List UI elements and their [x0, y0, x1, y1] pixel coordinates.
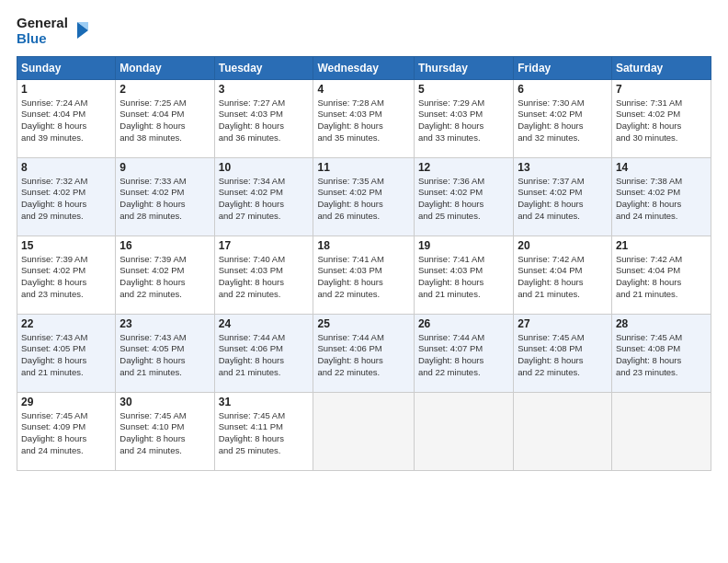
cell-info: Sunrise: 7:45 AM Sunset: 4:11 PM Dayligh… [219, 410, 310, 457]
calendar-cell: 28Sunrise: 7:45 AM Sunset: 4:08 PM Dayli… [611, 314, 711, 392]
calendar-cell: 18Sunrise: 7:41 AM Sunset: 4:03 PM Dayli… [313, 236, 414, 314]
calendar-cell: 1Sunrise: 7:24 AM Sunset: 4:04 PM Daylig… [17, 79, 116, 157]
day-number: 4 [317, 83, 409, 96]
cell-info: Sunrise: 7:36 AM Sunset: 4:02 PM Dayligh… [418, 176, 509, 223]
column-header-saturday: Saturday [611, 56, 711, 79]
calendar-cell: 21Sunrise: 7:42 AM Sunset: 4:04 PM Dayli… [611, 236, 711, 314]
day-number: 10 [219, 161, 310, 174]
day-number: 22 [21, 317, 111, 330]
calendar-cell [611, 392, 711, 470]
cell-info: Sunrise: 7:34 AM Sunset: 4:02 PM Dayligh… [219, 176, 310, 223]
day-number: 28 [616, 317, 707, 330]
calendar-cell [313, 392, 414, 470]
calendar-cell: 13Sunrise: 7:37 AM Sunset: 4:02 PM Dayli… [514, 157, 612, 236]
calendar-cell: 19Sunrise: 7:41 AM Sunset: 4:03 PM Dayli… [414, 236, 513, 314]
cell-info: Sunrise: 7:40 AM Sunset: 4:03 PM Dayligh… [219, 254, 310, 301]
column-header-friday: Friday [514, 56, 612, 79]
calendar-cell: 26Sunrise: 7:44 AM Sunset: 4:07 PM Dayli… [414, 314, 513, 392]
calendar-cell: 17Sunrise: 7:40 AM Sunset: 4:03 PM Dayli… [214, 236, 313, 314]
cell-info: Sunrise: 7:27 AM Sunset: 4:03 PM Dayligh… [219, 98, 310, 144]
cell-info: Sunrise: 7:31 AM Sunset: 4:02 PM Dayligh… [616, 98, 707, 144]
logo: General Blue [17, 15, 90, 47]
calendar-cell: 23Sunrise: 7:43 AM Sunset: 4:05 PM Dayli… [116, 314, 214, 392]
column-header-tuesday: Tuesday [214, 56, 313, 79]
calendar-cell: 20Sunrise: 7:42 AM Sunset: 4:04 PM Dayli… [514, 236, 612, 314]
calendar-week-row: 8Sunrise: 7:32 AM Sunset: 4:02 PM Daylig… [17, 157, 711, 236]
day-number: 14 [616, 161, 707, 174]
day-number: 26 [418, 317, 509, 330]
calendar-cell: 31Sunrise: 7:45 AM Sunset: 4:11 PM Dayli… [214, 392, 313, 470]
page: General Blue SundayMondayTuesdayWednesda… [0, 0, 728, 563]
header: General Blue [17, 15, 711, 47]
logo-arrow-icon [70, 20, 90, 40]
day-number: 7 [616, 83, 707, 96]
cell-info: Sunrise: 7:44 AM Sunset: 4:06 PM Dayligh… [219, 332, 310, 379]
day-number: 21 [616, 239, 707, 252]
cell-info: Sunrise: 7:42 AM Sunset: 4:04 PM Dayligh… [616, 254, 707, 301]
day-number: 11 [317, 161, 409, 174]
cell-info: Sunrise: 7:45 AM Sunset: 4:08 PM Dayligh… [518, 332, 608, 379]
calendar-cell: 5Sunrise: 7:29 AM Sunset: 4:03 PM Daylig… [414, 79, 513, 157]
cell-info: Sunrise: 7:41 AM Sunset: 4:03 PM Dayligh… [418, 254, 509, 301]
cell-info: Sunrise: 7:45 AM Sunset: 4:10 PM Dayligh… [119, 410, 210, 457]
column-header-sunday: Sunday [17, 56, 116, 79]
day-number: 12 [418, 161, 509, 174]
day-number: 19 [418, 239, 509, 252]
calendar-cell: 27Sunrise: 7:45 AM Sunset: 4:08 PM Dayli… [514, 314, 612, 392]
day-number: 29 [21, 396, 111, 408]
cell-info: Sunrise: 7:25 AM Sunset: 4:04 PM Dayligh… [119, 98, 210, 144]
cell-info: Sunrise: 7:45 AM Sunset: 4:09 PM Dayligh… [21, 410, 111, 457]
cell-info: Sunrise: 7:37 AM Sunset: 4:02 PM Dayligh… [518, 176, 608, 223]
cell-info: Sunrise: 7:44 AM Sunset: 4:07 PM Dayligh… [418, 332, 509, 379]
calendar-cell: 24Sunrise: 7:44 AM Sunset: 4:06 PM Dayli… [214, 314, 313, 392]
day-number: 2 [119, 83, 210, 96]
column-header-wednesday: Wednesday [313, 56, 414, 79]
day-number: 30 [119, 396, 210, 408]
day-number: 24 [219, 317, 310, 330]
day-number: 23 [119, 317, 210, 330]
logo-graphic: General Blue [17, 15, 90, 47]
cell-info: Sunrise: 7:42 AM Sunset: 4:04 PM Dayligh… [518, 254, 608, 301]
cell-info: Sunrise: 7:44 AM Sunset: 4:06 PM Dayligh… [317, 332, 409, 379]
calendar-cell: 29Sunrise: 7:45 AM Sunset: 4:09 PM Dayli… [17, 392, 116, 470]
cell-info: Sunrise: 7:32 AM Sunset: 4:02 PM Dayligh… [21, 176, 111, 223]
calendar-cell: 4Sunrise: 7:28 AM Sunset: 4:03 PM Daylig… [313, 79, 414, 157]
calendar-cell: 3Sunrise: 7:27 AM Sunset: 4:03 PM Daylig… [214, 79, 313, 157]
calendar-header-row: SundayMondayTuesdayWednesdayThursdayFrid… [17, 56, 711, 79]
cell-info: Sunrise: 7:38 AM Sunset: 4:02 PM Dayligh… [616, 176, 707, 223]
day-number: 20 [518, 239, 608, 252]
calendar-cell: 25Sunrise: 7:44 AM Sunset: 4:06 PM Dayli… [313, 314, 414, 392]
day-number: 15 [21, 239, 111, 252]
calendar-cell: 16Sunrise: 7:39 AM Sunset: 4:02 PM Dayli… [116, 236, 214, 314]
cell-info: Sunrise: 7:41 AM Sunset: 4:03 PM Dayligh… [317, 254, 409, 301]
day-number: 6 [518, 83, 608, 96]
cell-info: Sunrise: 7:43 AM Sunset: 4:05 PM Dayligh… [21, 332, 111, 379]
day-number: 3 [219, 83, 310, 96]
column-header-monday: Monday [116, 56, 214, 79]
calendar-week-row: 22Sunrise: 7:43 AM Sunset: 4:05 PM Dayli… [17, 314, 711, 392]
day-number: 17 [219, 239, 310, 252]
cell-info: Sunrise: 7:30 AM Sunset: 4:02 PM Dayligh… [518, 98, 608, 144]
calendar-week-row: 29Sunrise: 7:45 AM Sunset: 4:09 PM Dayli… [17, 392, 711, 470]
day-number: 18 [317, 239, 409, 252]
calendar-cell: 22Sunrise: 7:43 AM Sunset: 4:05 PM Dayli… [17, 314, 116, 392]
calendar-cell: 15Sunrise: 7:39 AM Sunset: 4:02 PM Dayli… [17, 236, 116, 314]
day-number: 1 [21, 83, 111, 96]
cell-info: Sunrise: 7:28 AM Sunset: 4:03 PM Dayligh… [317, 98, 409, 144]
day-number: 8 [21, 161, 111, 174]
calendar-week-row: 15Sunrise: 7:39 AM Sunset: 4:02 PM Dayli… [17, 236, 711, 314]
calendar-cell: 11Sunrise: 7:35 AM Sunset: 4:02 PM Dayli… [313, 157, 414, 236]
cell-info: Sunrise: 7:43 AM Sunset: 4:05 PM Dayligh… [119, 332, 210, 379]
day-number: 27 [518, 317, 608, 330]
day-number: 16 [119, 239, 210, 252]
calendar-cell: 9Sunrise: 7:33 AM Sunset: 4:02 PM Daylig… [116, 157, 214, 236]
calendar-cell: 8Sunrise: 7:32 AM Sunset: 4:02 PM Daylig… [17, 157, 116, 236]
calendar-cell [514, 392, 612, 470]
cell-info: Sunrise: 7:24 AM Sunset: 4:04 PM Dayligh… [21, 98, 111, 144]
day-number: 9 [119, 161, 210, 174]
cell-info: Sunrise: 7:33 AM Sunset: 4:02 PM Dayligh… [119, 176, 210, 223]
day-number: 31 [219, 396, 310, 408]
cell-info: Sunrise: 7:29 AM Sunset: 4:03 PM Dayligh… [418, 98, 509, 144]
day-number: 13 [518, 161, 608, 174]
day-number: 5 [418, 83, 509, 96]
